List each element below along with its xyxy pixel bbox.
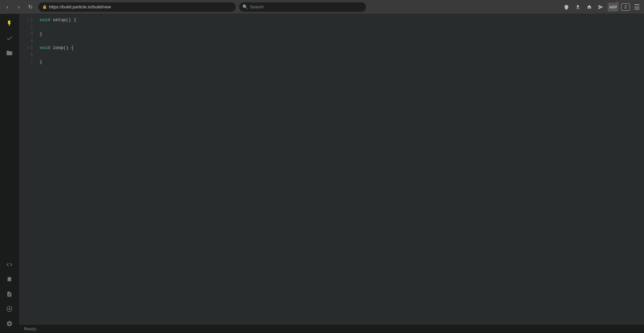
app-container: ▾ 1 2 3 4 ▾ 5 6 7 void setup() { } void … [0,14,644,333]
search-placeholder: Search [250,4,264,9]
keyword-void-1: void [40,17,50,24]
line-number-7: 7 [23,59,33,66]
download-icon[interactable] [573,3,582,11]
lock-icon: 🔒 [42,5,47,9]
status-text: Ready. [24,327,39,332]
line-number-3: 3 [23,31,33,38]
fold-arrow-1[interactable]: ▾ [27,17,29,23]
code-line-2 [40,24,640,31]
home-icon[interactable] [585,3,594,11]
sidebar-bottom [3,258,16,330]
shield-icon[interactable] [562,3,571,11]
adblock-badge [616,2,619,3]
sidebar-top [3,17,16,258]
code-editor[interactable]: ▾ 1 2 3 4 ▾ 5 6 7 void setup() { } void … [19,14,644,325]
code-text-1: setup() { [50,17,76,24]
line-numbers: ▾ 1 2 3 4 ▾ 5 6 7 [19,17,36,322]
back-button[interactable]: ‹ [3,2,12,12]
adblock-label: ABP [609,5,617,9]
sidebar-item-docs[interactable] [3,287,16,301]
send-icon[interactable] [596,3,605,11]
line-number-6: 6 [23,52,33,59]
keyword-void-5: void [40,45,50,52]
code-text-7: } [40,59,42,66]
status-bar: Ready. [19,325,644,333]
line-number-5: ▾ 5 [23,45,33,52]
sidebar-item-flash[interactable] [3,17,16,30]
line-number-2: 2 [23,24,33,31]
adblock-icon[interactable]: ABP [608,3,618,11]
code-text-5: loop() { [50,45,74,52]
svg-point-1 [8,308,10,310]
sidebar-item-verify[interactable] [3,32,16,45]
fold-arrow-5[interactable]: ▾ [27,46,29,51]
sidebar-item-devices[interactable] [3,302,16,316]
line-number-4: 4 [23,38,33,45]
tab-counter-icon[interactable]: 2 [621,3,630,11]
sidebar-item-libraries[interactable] [3,273,16,286]
code-line-5: void loop() { [40,45,640,52]
code-line-4 [40,38,640,45]
code-content[interactable]: void setup() { } void loop() { } [36,17,644,322]
sidebar [0,14,19,333]
search-bar[interactable]: 🔍 Search [239,2,366,12]
reload-button[interactable]: ↻ [26,2,35,12]
code-line-7: } [40,59,640,66]
address-bar[interactable]: 🔒 https://build.particle.io/build/new [38,2,236,12]
line-number-1: ▾ 1 [23,17,33,24]
sidebar-item-settings[interactable] [3,317,16,330]
code-line-3: } [40,31,640,38]
forward-button[interactable]: › [14,2,24,12]
code-line-1: void setup() { [40,17,640,24]
code-line-6 [40,52,640,59]
tab-count: 2 [624,4,627,9]
editor-area: ▾ 1 2 3 4 ▾ 5 6 7 void setup() { } void … [19,14,644,333]
sidebar-item-files[interactable] [3,46,16,60]
hamburger-icon: ☰ [634,3,640,11]
browser-extensions: ABP 2 ☰ [562,3,641,11]
search-icon: 🔍 [242,4,248,9]
browser-toolbar: ‹ › ↻ 🔒 https://build.particle.io/build/… [0,0,644,14]
url-text: https://build.particle.io/build/new [49,4,111,9]
menu-icon[interactable]: ☰ [633,3,641,11]
sidebar-item-code[interactable] [3,258,16,271]
code-text-3: } [40,31,42,38]
